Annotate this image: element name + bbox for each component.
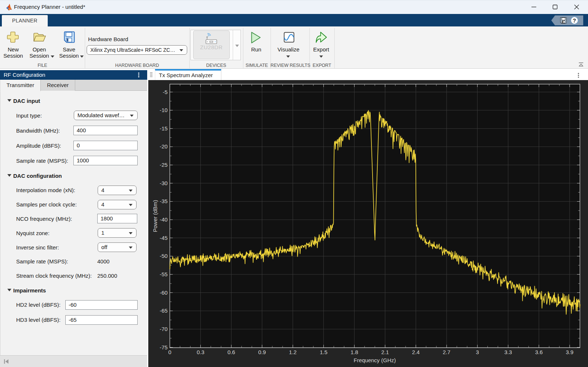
svg-text:1.8: 1.8	[351, 349, 358, 355]
svg-text:-30: -30	[160, 180, 168, 186]
svg-text:-45: -45	[160, 235, 168, 241]
svg-text:0: 0	[168, 349, 171, 355]
svg-text:-5: -5	[163, 89, 167, 95]
svg-text:2.7: 2.7	[443, 349, 450, 355]
svg-text:Frequency (GHz): Frequency (GHz)	[353, 357, 396, 363]
svg-text:-50: -50	[160, 253, 168, 259]
svg-text:3.3: 3.3	[504, 349, 512, 355]
svg-text:-35: -35	[160, 198, 168, 204]
svg-text:-70: -70	[160, 326, 168, 332]
svg-text:0.9: 0.9	[258, 349, 266, 355]
svg-text:3.9: 3.9	[566, 349, 574, 355]
svg-text:3.6: 3.6	[535, 349, 543, 355]
svg-text:-10: -10	[160, 107, 168, 113]
svg-text:-20: -20	[160, 143, 168, 150]
svg-text:1.5: 1.5	[320, 349, 327, 355]
svg-text:0.6: 0.6	[228, 349, 235, 355]
svg-text:2.4: 2.4	[412, 349, 420, 355]
svg-text:-65: -65	[160, 307, 168, 314]
svg-text:3: 3	[476, 349, 479, 355]
svg-text:-15: -15	[160, 125, 168, 132]
svg-text:?: ?	[573, 18, 576, 24]
svg-text:Power (dBm): Power (dBm)	[152, 200, 158, 232]
svg-text:2.1: 2.1	[381, 349, 389, 355]
svg-text:-40: -40	[160, 216, 168, 223]
svg-text:-75: -75	[160, 344, 168, 350]
svg-text:1.2: 1.2	[289, 349, 297, 355]
svg-text:-25: -25	[160, 162, 168, 168]
svg-text:0.3: 0.3	[197, 349, 204, 355]
svg-text:-55: -55	[160, 271, 168, 277]
svg-text:-60: -60	[160, 289, 168, 296]
